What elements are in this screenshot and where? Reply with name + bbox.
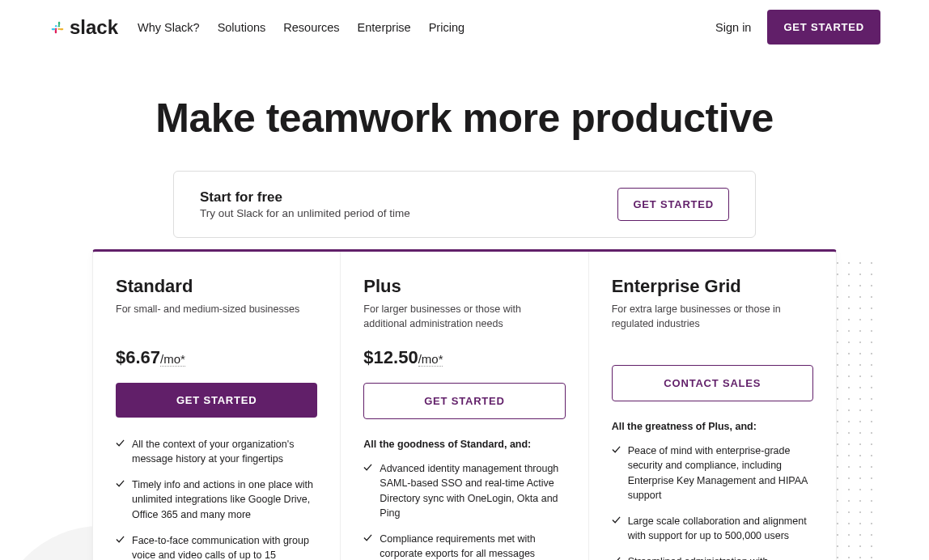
- svg-rect-2: [60, 28, 64, 29]
- nav-enterprise[interactable]: Enterprise: [358, 21, 411, 34]
- feature-text: Face-to-face communication with group vo…: [132, 533, 317, 560]
- plan-price-per: /mo*: [160, 352, 185, 367]
- free-plan-card: Start for free Try out Slack for an unli…: [173, 171, 756, 238]
- svg-rect-3: [55, 29, 57, 33]
- feature-text: Large scale collaboration and alignment …: [628, 514, 813, 543]
- feature-item: Streamlined administration with centrali…: [612, 554, 813, 560]
- feature-text: All the context of your organization's m…: [132, 437, 317, 466]
- check-icon: [612, 556, 621, 560]
- signin-link[interactable]: Sign in: [715, 21, 751, 34]
- plan-price: $6.67/mo*: [116, 347, 317, 368]
- nav: Why Slack? Solutions Resources Enterpris…: [138, 21, 464, 34]
- feature-item: Timely info and actions in one place wit…: [116, 477, 317, 521]
- check-icon: [116, 479, 125, 488]
- svg-rect-0: [52, 28, 56, 29]
- hero-title: Make teamwork more productive: [0, 95, 929, 142]
- svg-point-5: [58, 24, 60, 26]
- feature-list: Advanced identity management through SAM…: [363, 461, 565, 560]
- plan-cta-button[interactable]: GET STARTED: [116, 383, 317, 418]
- check-icon: [612, 515, 621, 524]
- feature-item: Peace of mind with enterprise-grade secu…: [612, 443, 813, 503]
- header-left: slack Why Slack? Solutions Resources Ent…: [49, 16, 464, 39]
- plan-heading: All the greatness of Plus, and:: [612, 421, 813, 432]
- svg-rect-1: [58, 21, 60, 25]
- feature-item: All the context of your organization's m…: [116, 437, 317, 466]
- plan-name: Plus: [363, 276, 565, 297]
- plan-enterprise-grid: Enterprise Grid For extra large business…: [589, 252, 836, 560]
- plan-heading: All the goodness of Standard, and:: [363, 439, 565, 450]
- header-get-started-button[interactable]: GET STARTED: [767, 10, 880, 45]
- header: slack Why Slack? Solutions Resources Ent…: [0, 0, 929, 54]
- feature-list: Peace of mind with enterprise-grade secu…: [612, 443, 813, 560]
- feature-text: Streamlined administration with centrali…: [628, 554, 813, 560]
- plan-desc: For extra large businesses or those in r…: [612, 302, 813, 331]
- pricing-section: Standard For small- and medium-sized bus…: [92, 249, 837, 560]
- logo-text: slack: [70, 16, 118, 39]
- feature-item: Face-to-face communication with group vo…: [116, 533, 317, 560]
- logo[interactable]: slack: [49, 16, 118, 39]
- nav-pricing[interactable]: Pricing: [429, 21, 464, 34]
- free-get-started-button[interactable]: GET STARTED: [617, 188, 729, 221]
- check-icon: [116, 439, 125, 448]
- plan-price-per: /mo*: [418, 352, 443, 367]
- plan-cta-button[interactable]: GET STARTED: [363, 383, 565, 419]
- feature-text: Advanced identity management through SAM…: [380, 461, 565, 520]
- plan-price: $12.50/mo*: [363, 347, 565, 368]
- feature-list: All the context of your organization's m…: [116, 437, 317, 560]
- plan-name: Standard: [116, 276, 317, 297]
- check-icon: [116, 535, 125, 544]
- nav-why-slack[interactable]: Why Slack?: [138, 21, 200, 34]
- plan-standard: Standard For small- and medium-sized bus…: [93, 252, 341, 560]
- feature-item: Advanced identity management through SAM…: [363, 461, 565, 520]
- plan-desc: For larger businesses or those with addi…: [363, 302, 565, 331]
- feature-text: Peace of mind with enterprise-grade secu…: [628, 443, 813, 503]
- free-title: Start for free: [200, 189, 410, 206]
- svg-point-6: [58, 28, 60, 29]
- free-subtitle: Try out Slack for an unlimited period of…: [200, 207, 410, 219]
- feature-text: Timely info and actions in one place wit…: [132, 477, 317, 521]
- header-right: Sign in GET STARTED: [715, 10, 880, 45]
- plan-plus: Plus For larger businesses or those with…: [341, 252, 588, 560]
- check-icon: [363, 533, 372, 542]
- pricing-table: Standard For small- and medium-sized bus…: [92, 249, 837, 560]
- nav-resources[interactable]: Resources: [283, 21, 339, 34]
- feature-item: Compliance requirements met with corpora…: [363, 532, 565, 560]
- nav-solutions[interactable]: Solutions: [218, 21, 266, 34]
- check-icon: [363, 463, 372, 472]
- check-icon: [612, 445, 621, 454]
- feature-text: Compliance requirements met with corpora…: [380, 532, 565, 560]
- feature-item: Large scale collaboration and alignment …: [612, 514, 813, 543]
- slack-logo-icon: [49, 19, 66, 36]
- svg-point-7: [55, 28, 57, 29]
- plan-cta-button[interactable]: CONTACT SALES: [612, 365, 813, 401]
- plan-desc: For small- and medium-sized businesses: [116, 302, 317, 331]
- svg-point-4: [55, 24, 57, 26]
- plan-name: Enterprise Grid: [612, 276, 813, 297]
